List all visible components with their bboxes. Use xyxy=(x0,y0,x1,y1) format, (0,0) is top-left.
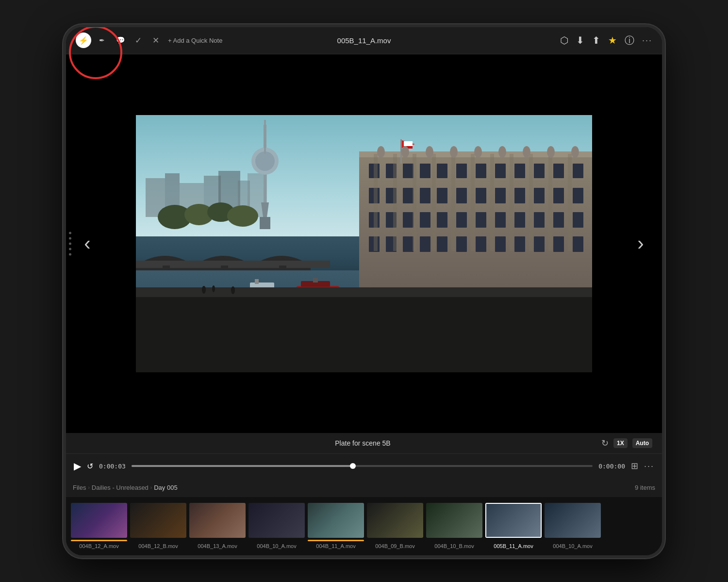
progress-bar[interactable] xyxy=(132,465,593,467)
breadcrumb-dailies[interactable]: Dailies - Unreleased xyxy=(92,484,149,491)
svg-rect-64 xyxy=(553,212,564,228)
quick-note-label: + Add a Quick Note xyxy=(168,37,222,44)
svg-rect-86 xyxy=(510,154,513,251)
thumbnail-image xyxy=(308,503,364,538)
svg-rect-89 xyxy=(568,154,572,251)
thumbnail-item[interactable]: 004B_09_B.mov xyxy=(366,503,424,549)
pen-button[interactable]: ✒ xyxy=(94,33,110,48)
item-count: 9 items xyxy=(635,484,655,491)
svg-rect-73 xyxy=(495,236,506,252)
thumbnail-bar xyxy=(545,540,601,541)
svg-rect-56 xyxy=(403,212,414,228)
thumbnail-label: 004B_10_A.mov xyxy=(545,543,601,549)
toolbar-right: ⬡ ⬇ ⬆ ★ ⓘ ··· xyxy=(560,34,652,47)
play-button[interactable]: ▶ xyxy=(74,460,81,472)
thumbnail-image xyxy=(248,503,305,538)
next-button[interactable]: › xyxy=(629,232,652,255)
svg-point-101 xyxy=(547,146,555,158)
svg-rect-80 xyxy=(393,154,397,251)
progress-thumb[interactable] xyxy=(350,463,356,469)
svg-rect-63 xyxy=(534,212,545,228)
auto-badge[interactable]: Auto xyxy=(632,438,652,448)
thumbnail-label: 005B_11_A.mov xyxy=(485,543,542,549)
svg-point-95 xyxy=(401,146,409,158)
loop-button[interactable]: ↻ xyxy=(601,438,609,449)
thumbnail-item[interactable]: 004B_10_A.mov xyxy=(248,503,306,549)
svg-rect-34 xyxy=(437,164,447,178)
breadcrumb: Files › Dailies - Unreleased › Day 005 xyxy=(73,484,178,491)
svg-rect-70 xyxy=(437,236,447,252)
thumbnail-bg xyxy=(486,504,541,537)
svg-rect-76 xyxy=(553,236,564,252)
svg-point-100 xyxy=(523,146,530,158)
svg-point-106 xyxy=(202,286,206,294)
svg-rect-52 xyxy=(553,188,564,203)
svg-rect-40 xyxy=(553,164,564,178)
thumbnail-item[interactable]: 004B_11_A.mov xyxy=(307,503,365,549)
lightning-button[interactable]: ⚡ xyxy=(76,33,91,48)
svg-point-10 xyxy=(255,151,275,171)
share-button[interactable]: ⬆ xyxy=(592,34,600,46)
grid-view-button[interactable]: ⊞ xyxy=(631,461,638,471)
thumbnail-bg xyxy=(248,503,305,538)
svg-rect-75 xyxy=(534,236,545,252)
thumbnail-item[interactable]: 005B_11_A.mov xyxy=(484,503,543,549)
cancel-button[interactable]: ✕ xyxy=(149,33,163,48)
confirm-button[interactable]: ✓ xyxy=(131,33,146,48)
thumbnail-item[interactable]: 004B_10_A.mov xyxy=(544,503,602,549)
video-title: 005B_11_A.mov xyxy=(337,36,391,45)
svg-rect-71 xyxy=(456,236,467,252)
svg-rect-61 xyxy=(495,212,506,228)
progress-fill xyxy=(132,465,353,467)
thumbnail-bg xyxy=(367,503,423,538)
svg-point-99 xyxy=(498,146,506,158)
download-button[interactable]: ⬇ xyxy=(576,34,584,46)
thumbnail-image xyxy=(130,503,186,538)
svg-rect-77 xyxy=(573,236,583,252)
prev-button[interactable]: ‹ xyxy=(76,232,99,255)
svg-rect-82 xyxy=(432,154,436,251)
svg-point-96 xyxy=(426,146,433,158)
thumbnail-item[interactable]: 004B_13_A.mov xyxy=(188,503,247,549)
thumbnail-image xyxy=(545,503,601,538)
svg-rect-11 xyxy=(264,120,266,154)
side-dot xyxy=(69,253,71,255)
info-button[interactable]: ⓘ xyxy=(625,34,634,47)
comment-button[interactable]: 💬 xyxy=(113,33,128,48)
screenshot-button[interactable]: ⬡ xyxy=(560,34,568,46)
thumbnail-image xyxy=(426,503,482,538)
svg-rect-44 xyxy=(403,188,414,203)
svg-rect-53 xyxy=(573,188,583,203)
thumbnail-label: 004B_13_A.mov xyxy=(189,543,246,549)
favorite-button[interactable]: ★ xyxy=(608,34,617,46)
svg-point-98 xyxy=(474,146,482,158)
playback-options-button[interactable]: ··· xyxy=(644,461,654,471)
thumbnail-strip: 004B_12_A.mov004B_12_B.mov004B_13_A.mov0… xyxy=(66,497,662,555)
side-dot xyxy=(69,237,71,239)
thumbnail-label: 004B_12_B.mov xyxy=(130,543,186,549)
thumbnail-image xyxy=(71,503,127,538)
thumbnail-bar xyxy=(367,540,423,541)
side-dot xyxy=(69,248,71,250)
svg-rect-57 xyxy=(420,212,430,228)
svg-rect-47 xyxy=(456,188,467,203)
breadcrumb-files[interactable]: Files xyxy=(73,484,86,491)
side-dot xyxy=(69,242,71,245)
more-options-button[interactable]: ··· xyxy=(642,35,652,46)
svg-rect-32 xyxy=(403,164,414,178)
thumbnail-item[interactable]: 004B_10_B.mov xyxy=(425,503,483,549)
svg-rect-84 xyxy=(471,154,475,251)
thumbnail-item[interactable]: 004B_12_A.mov xyxy=(70,503,128,549)
thumbnail-item[interactable]: 004B_12_B.mov xyxy=(129,503,187,549)
replay-button[interactable]: ↺ xyxy=(87,462,93,471)
svg-rect-25 xyxy=(255,279,259,284)
svg-rect-28 xyxy=(313,278,318,283)
thumbnail-label: 004B_09_B.mov xyxy=(367,543,423,549)
speed-badge[interactable]: 1X xyxy=(613,438,628,448)
svg-rect-74 xyxy=(514,236,525,252)
svg-rect-81 xyxy=(413,154,416,251)
thumbnail-bg xyxy=(545,503,601,538)
svg-rect-79 xyxy=(374,154,378,251)
thumbnail-bar xyxy=(130,540,186,541)
breadcrumb-day[interactable]: Day 005 xyxy=(154,484,177,491)
